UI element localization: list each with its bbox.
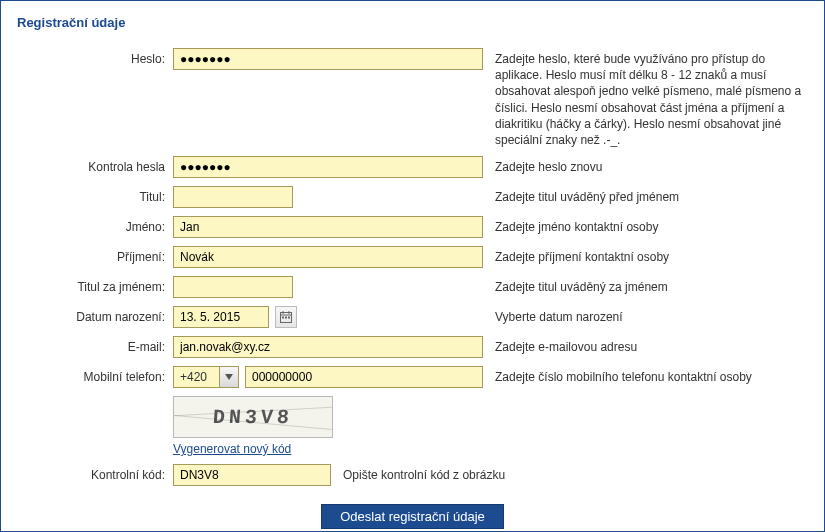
- password-confirm-input[interactable]: [173, 156, 483, 178]
- hint-first-name: Zadejte jméno kontaktní osoby: [483, 216, 810, 235]
- title-post-input[interactable]: [173, 276, 293, 298]
- svg-rect-4: [282, 317, 284, 319]
- row-captcha-image: DN3V8 Vygenerovat nový kód: [15, 396, 810, 456]
- svg-marker-7: [225, 374, 233, 380]
- label-email: E-mail:: [15, 336, 173, 354]
- label-password-confirm: Kontrola hesla: [15, 156, 173, 174]
- hint-phone: Zadejte číslo mobilního telefonu kontakt…: [483, 366, 810, 385]
- last-name-input[interactable]: [173, 246, 483, 268]
- label-title-post: Titul za jménem:: [15, 276, 173, 294]
- regenerate-captcha-link[interactable]: Vygenerovat nový kód: [173, 442, 291, 456]
- registration-panel: Registrační údaje Heslo: Zadejte heslo, …: [0, 0, 825, 532]
- captcha-code-display: DN3V8: [212, 406, 294, 429]
- phone-prefix-select[interactable]: +420: [173, 366, 239, 388]
- svg-rect-5: [285, 317, 287, 319]
- svg-rect-6: [288, 317, 290, 319]
- label-first-name: Jméno:: [15, 216, 173, 234]
- label-birth-date: Datum narození:: [15, 306, 173, 324]
- row-email: E-mail: Zadejte e-mailovou adresu: [15, 336, 810, 358]
- row-title-pre: Titul: Zadejte titul uváděný před jménem: [15, 186, 810, 208]
- row-birth-date: Datum narození: Vyberte datum narození: [15, 306, 810, 328]
- row-phone: Mobilní telefon: +420 Zadejte číslo mobi…: [15, 366, 810, 388]
- label-title-pre: Titul:: [15, 186, 173, 204]
- phone-prefix-dropdown-button[interactable]: [219, 367, 238, 387]
- hint-title-post: Zadejte titul uváděný za jménem: [483, 276, 810, 295]
- hint-last-name: Zadejte příjmení kontaktní osoby: [483, 246, 810, 265]
- hint-password-confirm: Zadejte heslo znovu: [483, 156, 810, 175]
- phone-number-input[interactable]: [245, 366, 483, 388]
- calendar-icon: [280, 311, 292, 323]
- email-input[interactable]: [173, 336, 483, 358]
- label-last-name: Příjmení:: [15, 246, 173, 264]
- hint-password: Zadejte heslo, které bude využíváno pro …: [483, 48, 810, 148]
- first-name-input[interactable]: [173, 216, 483, 238]
- label-control-code: Kontrolní kód:: [15, 464, 173, 482]
- chevron-down-icon: [225, 374, 233, 380]
- birth-date-input[interactable]: [173, 306, 269, 328]
- password-input[interactable]: [173, 48, 483, 70]
- row-first-name: Jméno: Zadejte jméno kontaktní osoby: [15, 216, 810, 238]
- row-password: Heslo: Zadejte heslo, které bude využívá…: [15, 48, 810, 148]
- panel-title: Registrační údaje: [17, 15, 810, 30]
- hint-title-pre: Zadejte titul uváděný před jménem: [483, 186, 810, 205]
- row-title-post: Titul za jménem: Zadejte titul uváděný z…: [15, 276, 810, 298]
- row-password-confirm: Kontrola hesla Zadejte heslo znovu: [15, 156, 810, 178]
- submit-row: Odeslat registrační údaje: [15, 504, 810, 529]
- hint-email: Zadejte e-mailovou adresu: [483, 336, 810, 355]
- row-last-name: Příjmení: Zadejte příjmení kontaktní oso…: [15, 246, 810, 268]
- captcha-image: DN3V8: [173, 396, 333, 438]
- title-pre-input[interactable]: [173, 186, 293, 208]
- label-password: Heslo:: [15, 48, 173, 66]
- control-code-input[interactable]: [173, 464, 331, 486]
- hint-control-code: Opište kontrolní kód z obrázku: [343, 468, 505, 482]
- label-phone: Mobilní telefon:: [15, 366, 173, 384]
- submit-button[interactable]: Odeslat registrační údaje: [321, 504, 504, 529]
- hint-birth-date: Vyberte datum narození: [483, 306, 810, 325]
- calendar-button[interactable]: [275, 306, 297, 328]
- phone-prefix-value: +420: [174, 370, 219, 384]
- row-control-code: Kontrolní kód: Opište kontrolní kód z ob…: [15, 464, 810, 486]
